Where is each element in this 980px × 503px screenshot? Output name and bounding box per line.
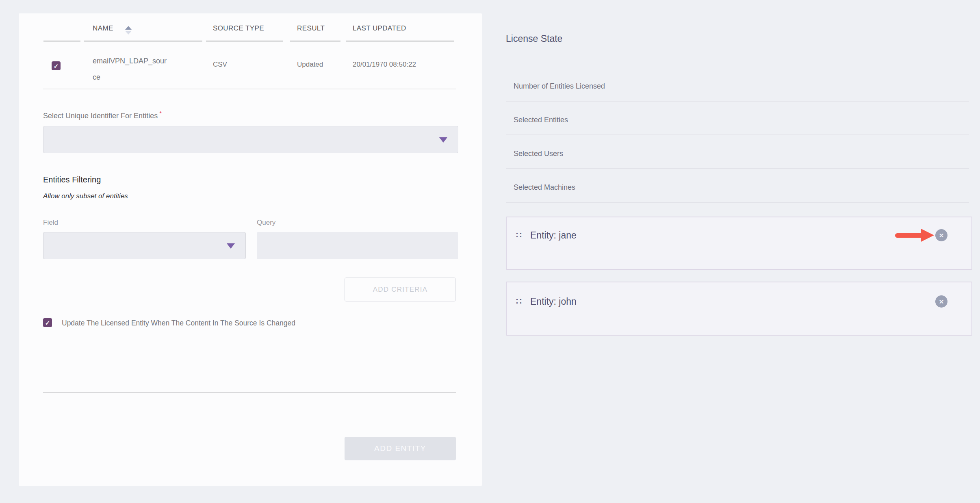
entity-card-label: Entity: jane — [530, 230, 577, 241]
table-header-source-type: SOURCE TYPE — [213, 24, 264, 33]
entity-card-label: Entity: john — [530, 296, 577, 307]
close-icon[interactable] — [935, 229, 947, 241]
license-item-selected-machines: Selected Machines — [514, 183, 575, 192]
cell-last-updated: 20/01/1970 08:50:22 — [353, 61, 416, 69]
sort-desc-arrow — [125, 31, 132, 35]
table-header-result: RESULT — [297, 24, 325, 33]
close-icon[interactable] — [935, 295, 947, 308]
entity-form-panel: NAME SOURCE TYPE RESULT LAST UPDATED ema… — [19, 13, 482, 486]
query-label: Query — [257, 219, 275, 227]
sort-asc-arrow — [125, 26, 132, 30]
dropdown-caret-icon — [439, 137, 447, 143]
section-divider — [43, 392, 456, 393]
license-item-entities-licensed: Number of Entities Licensed — [514, 82, 605, 91]
table-header-name[interactable]: NAME — [93, 24, 113, 33]
license-item-selected-users: Selected Users — [514, 150, 563, 158]
dropdown-caret-icon — [227, 243, 235, 249]
drag-handle-icon[interactable]: :: — [516, 296, 523, 306]
required-asterisk: * — [159, 110, 162, 117]
field-select-value — [43, 241, 49, 249]
entities-filtering-title: Entities Filtering — [43, 175, 101, 184]
header-underline — [43, 41, 80, 41]
field-label: Field — [43, 219, 58, 227]
update-licensed-entity-checkbox[interactable] — [43, 318, 52, 327]
field-select[interactable] — [43, 232, 246, 259]
table-row-divider — [43, 89, 456, 89]
license-item-selected-entities: Selected Entities — [514, 116, 568, 124]
cell-source-name: emailVPN_LDAP_source — [93, 53, 168, 85]
update-licensed-entity-label: Update The Licensed Entity When The Cont… — [62, 319, 295, 327]
header-underline — [290, 41, 340, 41]
unique-identifier-label-text: Select Unique Identifier For Entities — [43, 112, 158, 120]
cell-result: Updated — [297, 61, 323, 69]
add-entity-button[interactable]: ADD ENTITY — [345, 437, 456, 460]
license-state-title: License State — [506, 33, 562, 44]
header-underline — [346, 41, 454, 41]
cell-source-type: CSV — [213, 61, 227, 69]
header-underline — [206, 41, 283, 41]
unique-identifier-label: Select Unique Identifier For Entities* — [43, 110, 162, 120]
query-input[interactable] — [257, 232, 458, 259]
row-select-checkbox[interactable] — [52, 61, 61, 70]
add-criteria-button[interactable]: ADD CRITERIA — [345, 278, 456, 301]
header-underline — [84, 41, 202, 41]
entity-card-jane: :: Entity: jane — [506, 217, 972, 270]
entities-filtering-subtitle: Allow only subset of entities — [43, 192, 128, 200]
annotation-arrow-head — [921, 229, 934, 242]
annotation-arrow-icon — [895, 233, 925, 238]
entity-card-john: :: Entity: john — [506, 282, 972, 336]
unique-identifier-select[interactable] — [43, 126, 458, 153]
drag-handle-icon[interactable]: :: — [516, 230, 523, 239]
table-header-last-updated: LAST UPDATED — [353, 24, 406, 33]
list-divider — [506, 134, 969, 135]
sort-icon[interactable] — [125, 26, 132, 35]
list-divider — [506, 168, 969, 169]
unique-identifier-select-value — [43, 135, 49, 143]
list-divider — [506, 101, 969, 102]
list-divider — [506, 202, 969, 203]
